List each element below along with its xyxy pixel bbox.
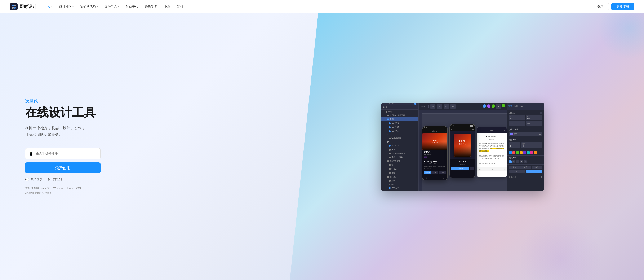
layer-item[interactable]: icon/个人	[381, 144, 418, 148]
app-layers-panel: Version 1.0.1 ▾ 第1页 主页 研芝机/iOS深色适用 导航	[381, 103, 419, 191]
resize-controls: 天大 对齐 换行	[509, 166, 542, 169]
toolbar-right: ▶	[482, 104, 505, 109]
color-swatch-green[interactable]	[516, 151, 519, 154]
layer-item[interactable]: 图文卡片	[381, 175, 418, 179]
layer-icon	[389, 153, 390, 154]
read-button[interactable]: 继续阅读	[424, 171, 430, 174]
nav-item-help[interactable]: 帮助中心	[123, 3, 141, 10]
expand-icon[interactable]: ⊞	[540, 176, 542, 178]
bookmark-button[interactable]: 书架	[432, 171, 438, 174]
width-value: 200	[510, 117, 524, 119]
layer-icon	[389, 157, 390, 158]
tab-arrange[interactable]: 排列	[514, 105, 518, 108]
more-btn[interactable]: ⊕	[470, 167, 474, 170]
nav-item-import[interactable]: 文件导入 ▾	[102, 3, 122, 10]
layer-item[interactable]: icon/行偶	[381, 125, 418, 129]
nav-item-advantages[interactable]: 我们的优势 ▾	[77, 3, 101, 10]
app-properties-panel: 设计 排列 文本 ⋯ 自定义 × W 200	[506, 103, 544, 191]
stroke-label: 描边布局	[509, 139, 542, 141]
fill-control[interactable]: 渐变 10	[509, 132, 542, 136]
phone-input[interactable]	[36, 152, 97, 155]
align-btn[interactable]: ╪	[524, 160, 527, 163]
width-control: W 200	[509, 115, 525, 120]
layer-item[interactable]: 文本	[381, 148, 418, 152]
layer-item[interactable]: 研芝机/iOS深色适用	[381, 114, 418, 117]
layer-item[interactable]: 圆滑花点 直播	[381, 159, 418, 163]
align-btn[interactable]: ⊞	[512, 160, 516, 163]
layer-item[interactable]: 礼盒	[381, 171, 418, 175]
layer-item[interactable]: 主页	[381, 110, 418, 114]
minus-icon[interactable]: ×	[540, 112, 542, 114]
ruler-horizontal	[419, 110, 506, 114]
read-now-btn[interactable]: 立即阅读	[451, 167, 469, 170]
color-swatch-blue[interactable]	[509, 151, 512, 154]
layer-item[interactable]: 次级标题组	[381, 136, 418, 140]
toolbar-btn[interactable]: ⊕	[430, 104, 436, 109]
color-swatch-pink[interactable]	[530, 151, 533, 154]
color-swatch-purple[interactable]	[523, 151, 526, 154]
bottom-actions: 立即阅读 ⊕	[451, 167, 474, 170]
resize-btn[interactable]: 对齐	[520, 166, 531, 169]
nav-item-ai[interactable]: Ai ▾	[45, 3, 55, 10]
layer-item[interactable]: 前片	[381, 190, 418, 191]
layer-icon	[389, 180, 390, 182]
layer-item[interactable]: 开始一个活动	[381, 155, 418, 159]
layer-item[interactable]: 卡片内一起追番节	[381, 152, 418, 155]
free-use-button[interactable]: 免费使用	[611, 3, 634, 10]
color-swatch-cyan[interactable]	[527, 151, 530, 154]
layer-item[interactable]: icon/分享	[381, 186, 418, 190]
hero-free-button[interactable]: 免费使用	[25, 162, 100, 173]
layer-icon	[387, 160, 389, 162]
tab-more[interactable]: ⋯	[541, 105, 543, 108]
chevron-down-icon: ▾	[51, 6, 52, 8]
resize-btn[interactable]: 换行	[532, 166, 542, 169]
nav-item-pricing[interactable]: 定价	[174, 3, 186, 10]
wechat-login[interactable]: 💬 微信登录	[25, 177, 42, 181]
layer-item[interactable]: T 1322	[381, 183, 418, 186]
color-swatch-yellow[interactable]	[520, 151, 522, 154]
auto-layout-controls: ≡ ⊞ ⊟ ≔ ╪	[509, 160, 542, 163]
toolbar-btn[interactable]: ⊞	[437, 104, 442, 109]
share-btn[interactable]: 分享	[439, 171, 446, 174]
color-swatch-orange[interactable]	[534, 151, 537, 154]
toolbar-btn[interactable]: ✂	[444, 104, 449, 109]
align-btn[interactable]: ≔	[520, 160, 523, 163]
share-button[interactable]: ▶	[496, 104, 501, 109]
resize-btn-active[interactable]: 1	[526, 170, 542, 173]
tab-text[interactable]: 文本	[520, 105, 523, 108]
layer-item[interactable]: 点图	[381, 179, 418, 183]
layer-item[interactable]: 机器人	[381, 167, 418, 171]
decorative-circle-2	[518, 217, 602, 280]
feishu-icon: ✈	[47, 177, 50, 181]
align-btn[interactable]: ⊟	[516, 160, 519, 163]
nav-item-download[interactable]: 下载	[161, 3, 174, 10]
layer-item[interactable]: icon/主页	[381, 121, 418, 125]
color-swatch-red[interactable]	[512, 151, 516, 154]
chapter-controls: Aa ☰ ☆	[477, 167, 507, 171]
layer-icon	[387, 115, 389, 116]
height-control: H 200	[526, 115, 542, 120]
resize-btn[interactable]: 天大	[509, 166, 520, 169]
stroke-section: 描边布局 大小 1 对齐 居中	[507, 137, 544, 150]
align-btn[interactable]: ≡	[509, 160, 512, 163]
phone-input-wrapper: 📱	[25, 148, 100, 159]
tab-design[interactable]: 设计	[508, 105, 512, 108]
layer-item[interactable]: IZ	[381, 140, 418, 144]
stroke-type: 对齐 居中	[521, 142, 542, 148]
logo[interactable]: 即时设计	[10, 3, 36, 11]
toolbar-btn[interactable]: ⊕	[450, 104, 456, 109]
chapter-subtitle: 第一章	[479, 138, 505, 141]
login-button[interactable]: 登录	[592, 3, 609, 11]
resize-btn-2[interactable]: 大小	[509, 170, 525, 173]
layer-item[interactable]: 框	[381, 163, 418, 167]
tag-row: 悬疑	[424, 156, 446, 158]
nav-item-new[interactable]: 最新功能	[142, 3, 160, 10]
layer-item[interactable]: icon/个人	[381, 129, 418, 133]
logo-text: 即时设计	[20, 4, 36, 10]
book-cover: FIRE 森林之火	[422, 133, 447, 150]
chapter-body-text: 这片原始森林承载着无数秘密，古老的树木见证了几代人的兴衰。当一道神秘的火光划破黑…	[479, 142, 505, 165]
nav-item-community[interactable]: 设计社区 ▾	[56, 3, 76, 10]
layer-item[interactable]: T	[381, 133, 418, 136]
feishu-login[interactable]: ✈ 飞书登录	[47, 177, 63, 181]
layer-item-selected[interactable]: 导航	[381, 117, 418, 121]
